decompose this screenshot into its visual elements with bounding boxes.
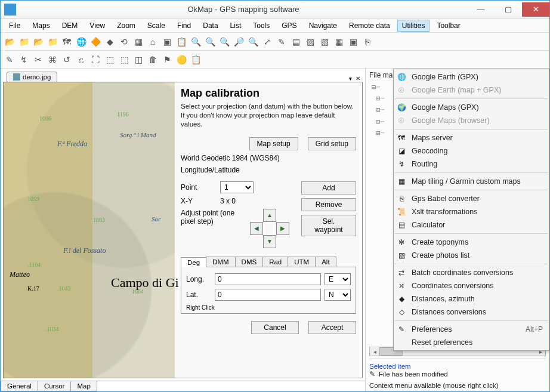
long-input[interactable] [215,273,321,285]
tab-dropdown-icon[interactable]: ▾ [349,75,352,82]
menu-item-calculator[interactable]: ▤Calculator [394,218,549,232]
toolbar1-button-10[interactable]: ⌂ [146,35,159,48]
toolbar1-button-17[interactable]: 🔍 [246,35,259,48]
toolbar2-button-0[interactable]: ✎ [3,53,16,66]
toolbar1-button-19[interactable]: ✎ [275,35,288,48]
bottom-tab-cursor[interactable]: Cursor [38,381,72,391]
toolbar1-button-2[interactable]: 📂 [32,35,45,48]
toolbar1-button-3[interactable]: 📁 [46,35,59,48]
menu-item-reset-preferences[interactable]: Reset preferences [394,336,549,349]
menu-item-batch-coordinates-conversions[interactable]: ⇄Batch coordinates conversions [394,266,549,279]
close-button[interactable]: ✕ [522,2,549,17]
menu-dem[interactable]: DEM [57,20,83,32]
menu-item-gps-babel-converter[interactable]: ⎘Gps Babel converter [394,192,549,205]
point-select[interactable]: 1 [220,181,254,193]
menu-remote-data[interactable]: Remote data [344,20,395,32]
toolbar2-button-2[interactable]: ✂ [32,53,45,66]
menu-maps[interactable]: Maps [27,20,54,32]
menu-file[interactable]: File [4,20,25,32]
unit-tab-deg[interactable]: Deg [181,257,206,267]
menu-item-routing[interactable]: ↯Routing [394,158,549,171]
toolbar1-button-14[interactable]: 🔍 [203,35,217,48]
unit-tab-alt[interactable]: Alt [315,257,336,267]
menu-item-google-maps-gpx[interactable]: 🌍Google Maps (GPX) [394,101,549,114]
toolbar1-button-11[interactable]: ▣ [160,35,174,48]
map-canvas[interactable]: 1066 1196 Sorg.ª i Mand F.ª Fredda 1059 … [4,82,175,378]
toolbar1-button-21[interactable]: ▨ [304,35,317,48]
toolbar1-button-5[interactable]: 🌐 [75,35,88,48]
menu-zoom[interactable]: Zoom [112,20,140,32]
tab-close-icon[interactable]: ✕ [356,75,360,82]
toolbar2-button-4[interactable]: ↺ [60,53,73,66]
bottom-tab-general[interactable]: General [1,381,38,391]
menu-tools[interactable]: Tools [248,20,274,32]
toolbar2-button-7[interactable]: ⬚ [103,53,116,66]
toolbar1-button-15[interactable]: 🔍 [218,35,231,48]
unit-tab-dmm[interactable]: DMM [206,257,235,267]
cancel-button[interactable]: Cancel [251,321,299,334]
unit-tab-dms[interactable]: DMS [235,257,264,267]
add-button[interactable]: Add [301,181,356,195]
menu-gps[interactable]: GPS [277,20,301,32]
toolbar2-button-5[interactable]: ⎌ [75,53,88,66]
menu-item-preferences[interactable]: ✎PreferencesAlt+P [394,323,549,336]
accept-button[interactable]: Accept [308,321,356,334]
menu-item-xslt-transformations[interactable]: 📜Xslt transformations [394,205,549,218]
unit-tab-utm[interactable]: UTM [288,257,316,267]
toolbar2-button-3[interactable]: ⌘ [46,53,59,66]
toolbar1-button-8[interactable]: ⟲ [118,35,131,48]
arrow-left-button[interactable]: ◀ [250,222,263,235]
bottom-tab-map[interactable]: Map [70,381,97,391]
arrow-right-button[interactable]: ▶ [276,222,289,235]
long-hemi-select[interactable]: E [325,273,351,285]
menu-item-maps-server[interactable]: 🗺Maps server [394,131,549,144]
remove-button[interactable]: Remove [301,198,356,211]
menu-view[interactable]: View [85,20,110,32]
menu-item-geocoding[interactable]: ◪Geocoding [394,144,549,158]
menu-scale[interactable]: Scale [143,20,170,32]
minimize-button[interactable]: — [467,2,495,17]
toolbar1-button-18[interactable]: ⤢ [261,35,274,48]
menu-item-map-tiling-garmin-custom-maps[interactable]: ▦Map tiling / Garmin custom maps [394,175,549,188]
arrow-down-button[interactable]: ▼ [263,235,276,248]
toolbar1-button-25[interactable]: ⎘ [361,35,374,48]
menu-utilities[interactable]: Utilities [397,20,430,32]
maximize-button[interactable]: ▢ [495,2,522,17]
toolbar1-button-4[interactable]: 🗺 [60,35,73,48]
menu-item-google-earth-gpx[interactable]: 🌐Google Earth (GPX) [394,70,549,84]
arrow-up-button[interactable]: ▲ [263,209,276,222]
toolbar1-button-7[interactable]: ◆ [103,35,116,48]
toolbar1-button-16[interactable]: 🔎 [232,35,245,48]
toolbar2-button-10[interactable]: 🗑 [146,53,159,66]
grid-setup-button[interactable]: Grid setup [308,137,356,150]
lat-hemi-select[interactable]: N [325,289,351,301]
menu-item-coordinates-conversions[interactable]: ⤭Coordinates conversions [394,279,549,292]
toolbar1-button-6[interactable]: 🔶 [89,35,102,48]
toolbar1-button-9[interactable]: ▦ [132,35,145,48]
toolbar1-button-22[interactable]: ▧ [318,35,331,48]
lat-input[interactable] [215,289,321,301]
menu-toolbar[interactable]: Toolbar [432,20,465,32]
toolbar2-button-1[interactable]: ↯ [17,53,30,66]
toolbar1-button-23[interactable]: ▦ [332,35,345,48]
toolbar2-button-9[interactable]: ◫ [132,53,145,66]
menu-item-create-toponyms[interactable]: ✼Create toponyms [394,236,549,249]
toolbar2-button-11[interactable]: ⚑ [160,53,174,66]
toolbar2-button-12[interactable]: 🟡 [175,53,188,66]
toolbar1-button-24[interactable]: ▣ [347,35,360,48]
menu-item-distances-conversions[interactable]: ◇Distances conversions [394,305,549,319]
toolbar2-button-13[interactable]: 📋 [189,53,202,66]
menu-find[interactable]: Find [172,20,196,32]
toolbar1-button-1[interactable]: 📁 [17,35,30,48]
menu-data[interactable]: Data [198,20,223,32]
sel-waypoint-button[interactable]: Sel. waypoint [301,215,356,236]
unit-tab-rad[interactable]: Rad [262,257,288,267]
toolbar2-button-6[interactable]: ⛶ [89,53,102,66]
toolbar2-button-8[interactable]: ⬚ [118,53,131,66]
menu-list[interactable]: List [225,20,246,32]
toolbar1-button-13[interactable]: 🔍 [189,35,202,48]
menu-item-distances-azimuth[interactable]: ◆Distances, azimuth [394,292,549,305]
toolbar1-button-0[interactable]: 📂 [3,35,16,48]
map-setup-button[interactable]: Map setup [249,137,298,150]
document-tab-demo[interactable]: demo.jpg [7,72,57,82]
